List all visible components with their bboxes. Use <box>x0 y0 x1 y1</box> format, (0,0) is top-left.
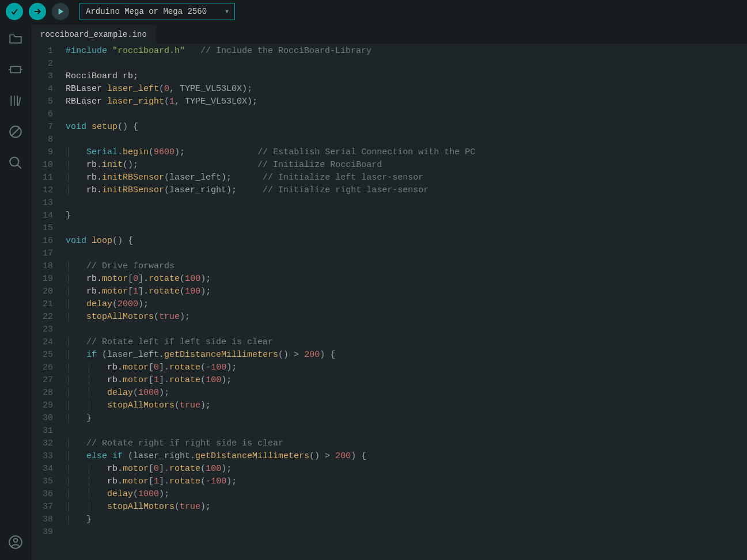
code-line[interactable]: void loop() { <box>66 235 747 247</box>
code-line[interactable]: │ rb.initRBSensor(laser_left); // Initia… <box>66 172 747 184</box>
code-line[interactable]: │ rb.motor[1].rotate(100); <box>66 285 747 298</box>
sidebar <box>0 23 31 560</box>
code-line[interactable]: RBLaser laser_left(0, TYPE_VL53L0X); <box>66 83 747 96</box>
code-line[interactable] <box>66 134 747 146</box>
tab-bar: rocciboard_example.ino <box>31 23 747 44</box>
svg-marker-1 <box>59 9 63 14</box>
verify-button[interactable] <box>6 3 23 20</box>
debug-button[interactable] <box>52 3 69 20</box>
toolbar: Arduino Mega or Mega 2560 ▼ <box>0 0 747 23</box>
code-line[interactable]: │ │ stopAllMotors(true); <box>66 399 747 412</box>
code-line[interactable]: │ │ rb.motor[0].rotate(-100); <box>66 361 747 374</box>
code-line[interactable] <box>66 222 747 235</box>
code-line[interactable]: │ // Rotate right if right side is clear <box>66 437 747 450</box>
code-line[interactable]: │ │ delay(1000); <box>66 488 747 501</box>
code-line[interactable]: │ // Rotate left if left side is clear <box>66 336 747 349</box>
code-line[interactable]: │ │ delay(1000); <box>66 387 747 399</box>
code-line[interactable]: │ │ rb.motor[0].rotate(100); <box>66 463 747 475</box>
search-icon[interactable] <box>8 155 23 170</box>
code-line[interactable]: │ rb.init(); // Initialize RocciBoard <box>66 159 747 172</box>
svg-point-14 <box>14 539 18 543</box>
svg-line-12 <box>17 165 21 169</box>
code-line[interactable]: │ else if (laser_right.getDistanceMillim… <box>66 450 747 463</box>
code-line[interactable]: │ } <box>66 513 747 526</box>
upload-button[interactable] <box>29 3 46 20</box>
code-line[interactable]: │ │ rb.motor[1].rotate(100); <box>66 374 747 387</box>
code-line[interactable] <box>66 425 747 437</box>
code-editor[interactable]: 1234567891011121314151617181920212223242… <box>31 44 747 560</box>
board-select[interactable]: Arduino Mega or Mega 2560 ▼ <box>79 3 235 20</box>
profile-icon[interactable] <box>8 535 23 550</box>
disabled-icon[interactable] <box>8 124 23 139</box>
code-line[interactable]: #include "rocciboard.h" // Include the R… <box>66 45 747 58</box>
code-line[interactable] <box>66 197 747 209</box>
code-content[interactable]: #include "rocciboard.h" // Include the R… <box>66 45 747 560</box>
code-line[interactable]: │ // Drive forwards <box>66 260 747 273</box>
line-gutter: 1234567891011121314151617181920212223242… <box>31 45 66 560</box>
code-line[interactable]: │ delay(2000); <box>66 298 747 311</box>
svg-line-10 <box>12 128 20 136</box>
code-line[interactable] <box>66 526 747 539</box>
code-line[interactable]: │ │ stopAllMotors(true); <box>66 501 747 513</box>
code-line[interactable] <box>66 247 747 260</box>
code-line[interactable]: void setup() { <box>66 121 747 134</box>
code-line[interactable]: } <box>66 209 747 222</box>
code-line[interactable]: RBLaser laser_right(1, TYPE_VL53L0X); <box>66 96 747 108</box>
code-line[interactable]: RocciBoard rb; <box>66 70 747 83</box>
boards-icon[interactable] <box>8 62 23 77</box>
svg-line-8 <box>18 97 20 106</box>
code-line[interactable]: │ rb.initRBSensor(laser_right); // Initi… <box>66 184 747 197</box>
chevron-down-icon: ▼ <box>225 9 229 15</box>
code-line[interactable]: │ rb.motor[0].rotate(100); <box>66 273 747 285</box>
tab-file-label: rocciboard_example.ino <box>40 30 147 39</box>
code-line[interactable] <box>66 323 747 336</box>
code-line[interactable]: │ │ rb.motor[1].rotate(-100); <box>66 475 747 488</box>
library-icon[interactable] <box>8 93 23 108</box>
tab-file[interactable]: rocciboard_example.ino <box>31 25 156 44</box>
code-line[interactable]: │ if (laser_left.getDistanceMillimeters(… <box>66 349 747 361</box>
code-line[interactable]: │ Serial.begin(9600); // Establish Seria… <box>66 146 747 159</box>
code-line[interactable]: │ stopAllMotors(true); <box>66 311 747 323</box>
svg-point-11 <box>10 157 18 166</box>
svg-rect-2 <box>10 67 20 73</box>
folder-icon[interactable] <box>8 31 23 46</box>
board-select-label: Arduino Mega or Mega 2560 <box>86 7 207 16</box>
code-line[interactable] <box>66 58 747 70</box>
code-line[interactable] <box>66 108 747 121</box>
code-line[interactable]: │ } <box>66 412 747 425</box>
